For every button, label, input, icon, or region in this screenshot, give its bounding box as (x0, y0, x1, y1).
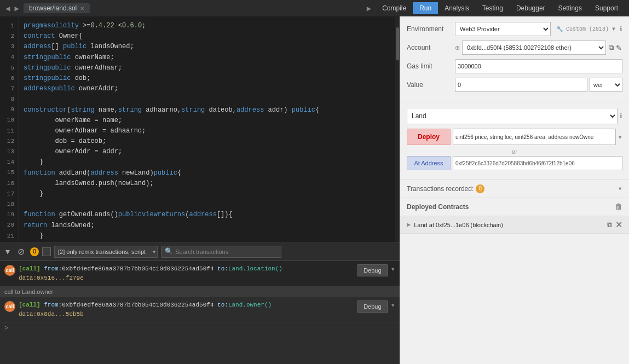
bottom-toolbar: ▾ ⊘ 0 [2] only remix transactions, scrip… (0, 242, 400, 260)
tx-from-value: 0xbfd4edfe86aa3787b7bb054c10d0362254ad50… (62, 302, 213, 308)
tx-logs: call [call] from:0xbfd4edfe86aa3787b7bb0… (0, 260, 400, 364)
contract-section: Land ℹ Deploy uint256 price, string loc,… (400, 102, 629, 180)
tab-debugger[interactable]: Debugger (510, 2, 552, 14)
contract-selector: Land ℹ (407, 108, 622, 124)
value-input[interactable] (455, 78, 587, 92)
scrollbar-thumb (396, 27, 399, 60)
nav-arrows: ◀ ▶ (4, 4, 20, 13)
stop-btn[interactable]: ⊘ (15, 245, 27, 258)
contract-info-icon[interactable]: ℹ (620, 112, 622, 120)
gas-limit-input[interactable] (455, 59, 622, 73)
tx-count-badge: 0 (30, 247, 39, 256)
tab-run[interactable]: Run (413, 2, 438, 14)
vertical-scrollbar[interactable] (395, 16, 400, 242)
debug-button[interactable]: Debug (357, 264, 387, 276)
gas-limit-row: Gas limit (407, 59, 622, 73)
deploy-row: Deploy uint256 price, string loc, uint25… (407, 129, 622, 145)
account-area: ⊕ 0xbfd...d50f4 (58531.002792108 ether) … (455, 41, 622, 55)
tx-recorded-label: Transactions recorded: 0 (407, 184, 484, 193)
gas-limit-label: Gas limit (407, 62, 451, 70)
down-arrow-btn[interactable]: ▾ (3, 245, 12, 258)
file-tab[interactable]: browser/land.sol ✕ (24, 3, 90, 13)
deploy-params: uint256 price, string loc, uint256 area,… (453, 129, 616, 145)
script-select-wrap: [2] only remix transactions, script (54, 246, 158, 258)
value-label: Value (407, 81, 451, 89)
at-address-row: At Address (407, 156, 622, 170)
file-close[interactable]: ✕ (80, 5, 84, 11)
script-select[interactable]: [2] only remix transactions, script (54, 246, 158, 258)
delete-contract-btn[interactable]: ✕ (615, 219, 622, 230)
tx-data: data:0x516...f279e (19, 275, 84, 281)
environment-section: Environment Web3 Provider 🔧 Custom (2018… (400, 16, 629, 102)
wei-select[interactable]: wei gwei ether (590, 78, 622, 92)
or-row: or (407, 148, 622, 155)
tab-analysis[interactable]: Analysis (438, 2, 476, 14)
edit-account-btn[interactable]: ✎ (615, 43, 622, 53)
right-pane: Environment Web3 Provider 🔧 Custom (2018… (400, 16, 629, 364)
trash-icon[interactable]: 🗑 (615, 203, 622, 211)
tx-type: [call] (19, 302, 41, 308)
back-arrow[interactable]: ◀ (4, 4, 11, 13)
tab-settings[interactable]: Settings (552, 2, 588, 14)
tx-to-label: to: (217, 265, 228, 272)
custom-badge: 🔧 Custom (2018) ▼ (556, 26, 615, 32)
tx-separator: call to Land.owner (0, 286, 400, 297)
tx-recorded-row[interactable]: Transactions recorded: 0 ▾ (400, 180, 629, 198)
tx-header: call [call] from:0xbfd4edfe86aa3787b7bb0… (4, 264, 395, 282)
list-item: call [call] from:0xbfd4edfe86aa3787b7bb0… (0, 297, 400, 322)
tab-compile[interactable]: Compile (376, 2, 413, 14)
contract-item-name: Land at 0xf25...1e06 (blockchain) (414, 222, 604, 228)
forward-arrow-nav[interactable]: ▶ (13, 4, 20, 13)
deployed-label: Deployed Contracts (407, 203, 469, 211)
nav-tabs: Compile Run Analysis Testing Debugger Se… (376, 2, 625, 14)
account-icons: ⧉ ✎ (608, 43, 622, 53)
code-area: 1234567891011121314151617181920212223242… (0, 16, 400, 242)
deploy-button[interactable]: Deploy (407, 129, 451, 145)
tx-to-value: Land.location() (228, 265, 282, 272)
tx-text: [call] from:0xbfd4edfe86aa3787b7bb054c10… (19, 301, 354, 319)
contract-expand-icon[interactable]: ▶ (407, 221, 411, 229)
at-address-input[interactable] (453, 156, 622, 170)
tx-data: data:0x8da...5cb5b (19, 311, 84, 317)
tx-to-value: Land.owner() (228, 302, 272, 308)
list-item: call [call] from:0xbfd4edfe86aa3787b7bb0… (0, 261, 400, 286)
line-numbers: 1234567891011121314151617181920212223242… (0, 16, 19, 242)
at-address-button[interactable]: At Address (407, 156, 451, 170)
code-content[interactable]: pragma solidity >=0.4.22 <0.6.0;contract… (19, 16, 400, 242)
search-icon: 🔍 (165, 247, 173, 256)
environment-select[interactable]: Web3 Provider (455, 22, 551, 36)
tx-text: [call] from:0xbfd4edfe86aa3787b7bb054c10… (19, 264, 354, 282)
value-area: wei gwei ether (455, 78, 622, 92)
tx-from-label: from: (44, 302, 62, 308)
deployed-header: Deployed Contracts 🗑 (400, 198, 629, 216)
expand-icon[interactable]: ▾ (391, 301, 395, 310)
checkbox[interactable] (42, 247, 51, 256)
tx-header: call [call] from:0xbfd4edfe86aa3787b7bb0… (4, 301, 395, 319)
collapse-icon[interactable]: ▾ (618, 184, 622, 193)
expand-icon[interactable]: ▾ (391, 264, 395, 274)
search-input[interactable] (175, 249, 278, 255)
plus-icon: ⊕ (455, 44, 460, 51)
tx-from-value: 0xbfd4edfe86aa3787b7bb054c10d0362254ad50… (62, 265, 213, 272)
account-row: Account ⊕ 0xbfd...d50f4 (58531.002792108… (407, 41, 622, 55)
tx-to-label: to: (217, 302, 228, 308)
env-info-icon[interactable]: ℹ (620, 25, 622, 33)
copy-account-btn[interactable]: ⧉ (608, 43, 614, 53)
value-row: Value wei gwei ether (407, 78, 622, 92)
top-nav: ◀ ▶ browser/land.sol ✕ ▶ Compile Run Ana… (0, 0, 629, 16)
tx-type: [call] (19, 265, 41, 272)
call-icon: call (4, 265, 15, 276)
forward-arrow-right[interactable]: ▶ (366, 4, 372, 13)
copy-contract-btn[interactable]: ⧉ (607, 221, 612, 229)
account-select[interactable]: 0xbfd...d50f4 (58531.002792108 ether) (462, 41, 606, 55)
debug-button[interactable]: Debug (357, 301, 387, 313)
contract-item: ▶ Land at 0xf25...1e06 (blockchain) ⧉ ✕ (400, 216, 629, 234)
contract-select[interactable]: Land (407, 108, 618, 124)
tx-from-label: from: (44, 265, 62, 272)
tab-support[interactable]: Support (588, 2, 625, 14)
tab-testing[interactable]: Testing (476, 2, 510, 14)
tx-recorded-count: 0 (476, 184, 484, 193)
environment-label: Environment (407, 25, 451, 33)
environment-row: Environment Web3 Provider 🔧 Custom (2018… (407, 22, 622, 36)
deploy-expand-icon[interactable]: ▾ (618, 132, 622, 142)
